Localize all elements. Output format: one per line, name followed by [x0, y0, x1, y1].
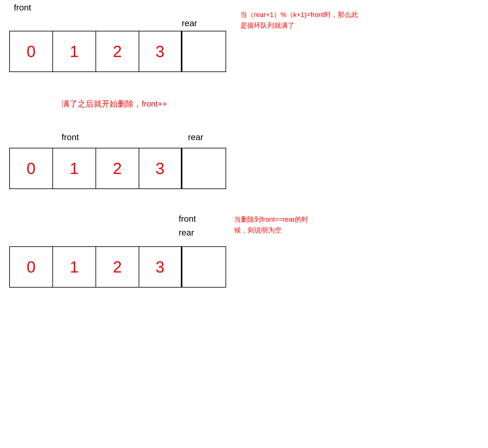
middle-text: 满了之后就开始删除，front++: [62, 99, 167, 109]
cell-3-0: 0: [10, 247, 53, 287]
cell-2-0: 0: [10, 148, 53, 188]
annotation-top-line2: 是循环队列就满了: [240, 20, 364, 31]
annotation-mid-line1: 当删除到front==rear的时: [234, 214, 351, 225]
array-grid-3: 0 1 2 3: [9, 246, 226, 288]
annotation-top-line1: 当（rear+1）%（k+1)=front时，那么此: [240, 9, 364, 20]
cell-1-2: 2: [96, 31, 139, 71]
cell-3-4: [182, 247, 226, 287]
cell-3-1: 1: [53, 247, 96, 287]
array-grid-2: 0 1 2 3: [9, 148, 226, 189]
rear-label-2: rear: [188, 132, 203, 142]
array-grid-1: 0 1 2 3: [9, 31, 226, 72]
annotation-mid: 当删除到front==rear的时 候，则说明为空: [234, 214, 351, 236]
cell-1-1: 1: [53, 31, 96, 71]
page-container: front rear 0 1 2 3 当（rear+1）%（k+1)=front…: [0, 0, 488, 448]
annotation-top: 当（rear+1）%（k+1)=front时，那么此 是循环队列就满了: [240, 9, 364, 31]
rear-label-3: rear: [179, 228, 194, 238]
annotation-mid-line2: 候，则说明为空: [234, 225, 351, 236]
cell-3-3: 3: [139, 247, 182, 287]
cell-2-2: 2: [96, 148, 139, 188]
front-label-2: front: [62, 132, 79, 142]
cell-3-2: 2: [96, 247, 139, 287]
cell-2-4: [182, 148, 226, 188]
cell-2-3: 3: [139, 148, 182, 188]
cell-2-1: 1: [53, 148, 96, 188]
front-label-1: front: [14, 3, 31, 13]
rear-label-1: rear: [182, 18, 197, 28]
front-label-3: front: [179, 214, 196, 224]
cell-1-4: [182, 31, 226, 71]
cell-1-3: 3: [139, 31, 182, 71]
cell-1-0: 0: [10, 31, 53, 71]
